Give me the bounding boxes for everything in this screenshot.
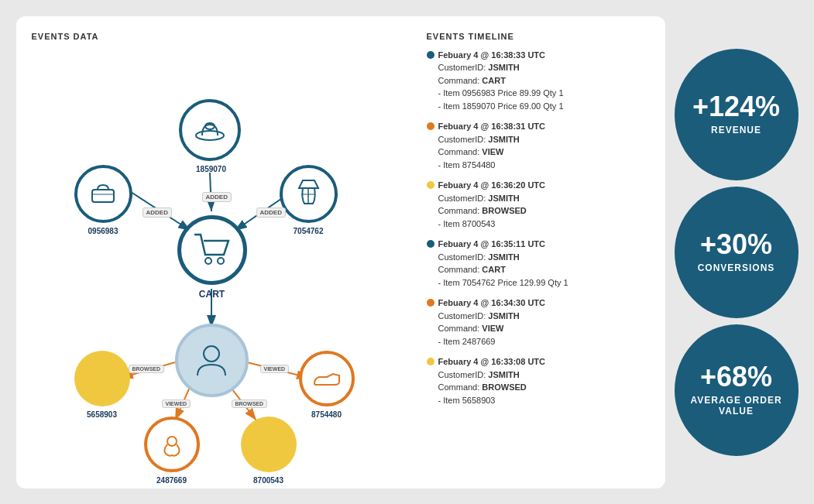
timeline-dot <box>427 122 434 130</box>
timeline-entry: Febuary 4 @ 16:38:31 UTC CustomerID: JSM… <box>427 120 650 171</box>
node-8754480 <box>299 351 355 406</box>
stat-label: AVERAGE ORDER VALUE <box>682 395 791 417</box>
node-2487669 <box>144 417 200 472</box>
timeline-time: Febuary 4 @ 16:35:11 UTC <box>438 238 546 251</box>
stat-label: CONVERSIONS <box>698 262 775 273</box>
stat-bubble: +124% REVENUE <box>675 49 799 180</box>
timeline-container: Febuary 4 @ 16:38:33 UTC CustomerID: JSM… <box>427 49 650 407</box>
diagram-area: 1859070 0956983 <box>32 49 404 467</box>
timeline-entry: Febuary 4 @ 16:38:33 UTC CustomerID: JSM… <box>427 49 650 113</box>
events-timeline-section: EVENTS TIMELINE Febuary 4 @ 16:38:33 UTC… <box>427 32 650 473</box>
timeline-dot <box>427 181 434 189</box>
events-data-section: EVENTS DATA <box>32 32 411 473</box>
timeline-time: Febuary 4 @ 16:38:31 UTC <box>438 120 546 133</box>
label-8700543: 8700543 <box>241 476 297 485</box>
timeline-command: Command: CART <box>438 74 650 87</box>
timeline-command: Command: VIEW <box>438 322 650 335</box>
stat-bubble: +30% CONVERSIONS <box>675 187 799 318</box>
events-timeline-title: EVENTS TIMELINE <box>427 32 650 41</box>
stat-number: +68% <box>700 363 772 391</box>
label-0956983: 0956983 <box>74 227 132 235</box>
timeline-customer: CustomerID: JSMITH <box>438 133 650 146</box>
stats-column: +124% REVENUE +30% CONVERSIONS +68% AVER… <box>675 16 799 489</box>
timeline-item: - Item 5658903 <box>438 394 650 407</box>
label-cart: CART <box>177 289 247 300</box>
label-2487669: 2487669 <box>144 476 200 485</box>
stat-number: +124% <box>692 93 780 121</box>
node-0956983 <box>74 165 132 223</box>
timeline-dot <box>427 358 434 365</box>
timeline-command: Command: BROWSED <box>438 204 650 218</box>
svg-point-18 <box>204 346 219 362</box>
timeline-customer: CustomerID: JSMITH <box>438 310 650 323</box>
timeline-command: Command: CART <box>438 263 650 276</box>
node-1859070 <box>179 99 241 161</box>
label-1859070: 1859070 <box>180 165 242 173</box>
stat-number: +30% <box>700 231 772 259</box>
node-cart <box>177 215 247 285</box>
label-added2: ADDED <box>202 192 232 202</box>
timeline-customer: CustomerID: JSMITH <box>438 192 650 205</box>
label-added1: ADDED <box>143 207 172 218</box>
timeline-customer: CustomerID: JSMITH <box>438 61 650 74</box>
stat-bubble: +68% AVERAGE ORDER VALUE <box>675 324 799 456</box>
label-7054762: 7054762 <box>280 227 338 235</box>
node-5658903 <box>74 351 130 406</box>
timeline-customer: CustomerID: JSMITH <box>438 251 650 264</box>
svg-rect-12 <box>92 190 114 202</box>
timeline-item: - Item 2487669 <box>438 335 650 348</box>
stat-label: REVENUE <box>711 125 761 135</box>
label-browsed2: BROWSED <box>232 399 268 408</box>
node-person <box>175 324 249 397</box>
label-browsed1: BROWSED <box>129 365 165 373</box>
timeline-item: - Item 7054762 Price 129.99 Qty 1 <box>438 276 650 290</box>
timeline-time: Febuary 4 @ 16:36:20 UTC <box>438 179 546 192</box>
timeline-command: Command: BROWSED <box>438 381 650 394</box>
timeline-entry: Febuary 4 @ 16:34:30 UTC CustomerID: JSM… <box>427 297 650 348</box>
timeline-dot <box>427 51 434 59</box>
svg-point-19 <box>167 437 177 446</box>
timeline-entry: Febuary 4 @ 16:33:08 UTC CustomerID: JSM… <box>427 355 650 406</box>
main-card: EVENTS DATA <box>16 16 665 489</box>
node-8700543 <box>241 417 297 472</box>
timeline-customer: CustomerID: JSMITH <box>438 369 650 382</box>
svg-point-16 <box>205 258 211 264</box>
timeline-dot <box>427 299 434 307</box>
label-8754480: 8754480 <box>299 410 355 419</box>
timeline-item: - Item 0956983 Price 89.99 Qty 1 <box>438 87 650 100</box>
timeline-item: - Item 8700543 <box>438 218 650 231</box>
timeline-item: - Item 8754480 <box>438 159 650 172</box>
timeline-entry: Febuary 4 @ 16:36:20 UTC CustomerID: JSM… <box>427 179 650 230</box>
label-5658903: 5658903 <box>74 410 130 419</box>
timeline-dot <box>427 240 434 248</box>
label-added3: ADDED <box>256 207 286 218</box>
node-7054762 <box>280 165 338 223</box>
timeline-time: Febuary 4 @ 16:34:30 UTC <box>438 297 546 310</box>
svg-point-10 <box>196 131 224 140</box>
svg-point-17 <box>218 258 224 264</box>
timeline-item: - Item 1859070 Price 69.00 Qty 1 <box>438 100 650 113</box>
label-viewed2: VIEWED <box>162 399 191 408</box>
events-data-title: EVENTS DATA <box>32 32 411 41</box>
timeline-entry: Febuary 4 @ 16:35:11 UTC CustomerID: JSM… <box>427 238 650 289</box>
timeline-command: Command: VIEW <box>438 146 650 159</box>
timeline-time: Febuary 4 @ 16:38:33 UTC <box>438 49 546 62</box>
timeline-time: Febuary 4 @ 16:33:08 UTC <box>438 355 546 369</box>
label-viewed1: VIEWED <box>260 365 290 373</box>
